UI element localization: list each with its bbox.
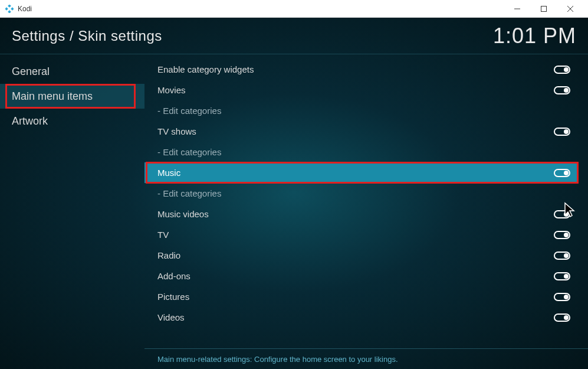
toggle-switch[interactable] bbox=[554, 252, 570, 260]
sidebar-item-label: Artwork bbox=[12, 115, 48, 128]
setting-label: Music videos bbox=[157, 209, 554, 219]
setting-label: Add-ons bbox=[157, 271, 554, 281]
sidebar: GeneralMain menu itemsArtwork bbox=[0, 54, 144, 348]
setting-label: - Edit categories bbox=[157, 147, 570, 157]
setting-label: - Edit categories bbox=[157, 188, 570, 198]
setting-row-radio[interactable]: Radio bbox=[144, 245, 577, 266]
setting-label: Movies bbox=[157, 85, 554, 95]
toggle-switch[interactable] bbox=[554, 231, 570, 239]
sidebar-item-general[interactable]: General bbox=[0, 59, 144, 84]
setting-row-tv[interactable]: TV bbox=[144, 224, 577, 245]
app-icon bbox=[5, 4, 14, 14]
svg-rect-1 bbox=[5, 7, 8, 11]
setting-row-videos[interactable]: Videos bbox=[144, 307, 577, 328]
sidebar-item-label: Main menu items bbox=[12, 90, 93, 103]
header: Settings / Skin settings 1:01 PM bbox=[0, 18, 588, 54]
setting-label: Videos bbox=[157, 312, 554, 322]
close-button[interactable] bbox=[557, 1, 583, 17]
app-body: Settings / Skin settings 1:01 PM General… bbox=[0, 18, 588, 369]
toggle-switch[interactable] bbox=[554, 86, 570, 94]
setting-label: Pictures bbox=[157, 292, 554, 302]
toggle-switch[interactable] bbox=[554, 66, 570, 74]
svg-rect-5 bbox=[541, 6, 546, 11]
setting-row-edit-categories[interactable]: - Edit categories bbox=[144, 100, 577, 121]
toggle-switch[interactable] bbox=[554, 169, 570, 177]
sidebar-item-label: General bbox=[12, 66, 50, 78]
setting-label: - Edit categories bbox=[157, 106, 570, 116]
svg-rect-0 bbox=[8, 5, 11, 8]
window-title: Kodi bbox=[18, 5, 504, 13]
setting-row-movies[interactable]: Movies bbox=[144, 80, 577, 100]
setting-row-pictures[interactable]: Pictures bbox=[144, 286, 577, 307]
setting-label: Enable category widgets bbox=[157, 64, 554, 74]
sidebar-item-artwork[interactable]: Artwork bbox=[0, 109, 144, 133]
footer-hint: Main menu-related settings: Configure th… bbox=[144, 348, 588, 369]
breadcrumb: Settings / Skin settings bbox=[12, 28, 162, 44]
toggle-switch[interactable] bbox=[554, 128, 570, 136]
toggle-switch[interactable] bbox=[554, 293, 570, 301]
window-titlebar: Kodi bbox=[0, 0, 588, 18]
setting-row-add-ons[interactable]: Add-ons bbox=[144, 266, 577, 286]
toggle-switch[interactable] bbox=[554, 210, 570, 218]
setting-row-tv-shows[interactable]: TV shows bbox=[144, 121, 577, 142]
sidebar-item-main-menu-items[interactable]: Main menu items bbox=[0, 84, 144, 109]
settings-panel: Enable category widgetsMovies- Edit cate… bbox=[144, 54, 588, 348]
maximize-button[interactable] bbox=[530, 1, 557, 17]
setting-row-enable-category-widgets[interactable]: Enable category widgets bbox=[144, 59, 577, 80]
toggle-switch[interactable] bbox=[554, 314, 570, 322]
setting-label: TV shows bbox=[157, 126, 554, 136]
setting-row-edit-categories[interactable]: - Edit categories bbox=[144, 142, 577, 162]
svg-rect-3 bbox=[8, 10, 11, 13]
setting-row-music[interactable]: Music bbox=[144, 162, 577, 183]
content: GeneralMain menu itemsArtwork Enable cat… bbox=[0, 54, 588, 348]
svg-rect-2 bbox=[11, 7, 14, 11]
footer-text: Main menu-related settings: Configure th… bbox=[157, 355, 398, 364]
minimize-button[interactable] bbox=[504, 1, 530, 17]
setting-row-music-videos[interactable]: Music videos bbox=[144, 204, 577, 224]
setting-label: Music bbox=[157, 168, 554, 178]
setting-label: Radio bbox=[157, 250, 554, 260]
toggle-switch[interactable] bbox=[554, 272, 570, 280]
setting-label: TV bbox=[157, 230, 554, 240]
clock: 1:01 PM bbox=[493, 24, 576, 48]
window-controls bbox=[504, 1, 583, 17]
setting-row-edit-categories[interactable]: - Edit categories bbox=[144, 183, 577, 204]
